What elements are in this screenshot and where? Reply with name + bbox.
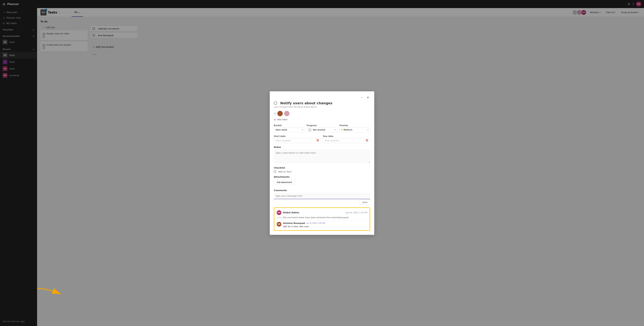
calendar-icon-due: 📅 — [366, 139, 368, 142]
date-fields: Start date Start anytime 📅 Due date Due … — [274, 135, 370, 143]
comment-author-area: GA Global Admin — [277, 210, 299, 215]
nested-comment: AB Antoine Bousquet Jun 8, 2021 1:05 PM … — [277, 222, 367, 228]
modal-add-label-button[interactable]: 🏷 Add label — [274, 118, 370, 121]
priority-field: Priority Medium ▾ — [339, 124, 370, 132]
comments-section-label: Comments — [274, 189, 370, 192]
send-label: Send — [362, 201, 367, 203]
progress-value: Not started — [313, 129, 325, 131]
due-date-label: Due date — [323, 135, 370, 138]
modal-close-button[interactable]: ✕ — [366, 95, 370, 100]
overlay: ··· ✕ Notify users about changes Last ch… — [0, 0, 644, 326]
modal-task-title-row: Notify users about changes — [274, 101, 370, 105]
arrow-annotation — [34, 286, 71, 299]
checklist-section-label: Checklist — [274, 166, 370, 169]
task-modal: ··· ✕ Notify users about changes Last ch… — [270, 91, 374, 235]
assignee-icon: ⊙ — [274, 112, 276, 115]
priority-value: Medium — [344, 129, 352, 131]
bucket-field-label: Bucket — [274, 124, 305, 127]
checklist-circle-icon — [274, 170, 276, 173]
comment-date: June 8, 2021 1:42 PM — [346, 211, 367, 214]
forwarded-text: The comments below have been retrieved f… — [282, 216, 348, 219]
modal-task-title-text: Notify users about changes — [280, 101, 332, 105]
modal-fields: Bucket Next week ▾ Progress Not started … — [274, 124, 370, 132]
nested-comment-content: Antoine Bousquet Jun 8, 2021 1:05 PM Wil… — [283, 222, 367, 228]
attachments-label: Attachments — [274, 176, 370, 178]
attachments-section: Attachments Add attachment — [274, 176, 370, 188]
comment-header: GA Global Admin June 8, 2021 1:42 PM — [277, 210, 367, 215]
progress-inner: Not started — [308, 129, 325, 131]
priority-dot-icon — [341, 129, 342, 130]
notes-textarea[interactable] — [274, 150, 370, 163]
priority-field-label: Priority — [339, 124, 370, 127]
modal-more-button[interactable]: ··· — [360, 95, 364, 100]
start-date-placeholder: Start anytime — [276, 139, 291, 142]
comment-forwarded-text: ○→○ The comments below have been retriev… — [277, 216, 367, 219]
assignee-avatar-1[interactable] — [277, 111, 283, 116]
notes-section-label: Notes — [274, 146, 370, 148]
bucket-value: Next week — [276, 129, 287, 131]
modal-meta: Last changed 2021-06-08 by Global Admin — [274, 106, 370, 108]
progress-chevron-icon: ▾ — [335, 129, 336, 131]
nested-author-avatar: AB — [277, 222, 282, 227]
assignee-avatar-2[interactable] — [284, 111, 290, 116]
start-date-label: Start date — [274, 135, 321, 138]
add-label-text: Add label — [277, 118, 288, 121]
comment-author-name: Global Admin — [283, 211, 299, 214]
priority-select[interactable]: Medium ▾ — [339, 127, 370, 132]
modal-assignees: ⊙ — [274, 111, 370, 116]
progress-select[interactable]: Not started ▾ — [307, 127, 338, 132]
due-date-field: Due date Due anytime 📅 — [323, 135, 370, 143]
priority-inner: Medium — [341, 129, 352, 131]
nested-comment-header: Antoine Bousquet Jun 8, 2021 1:05 PM — [283, 222, 367, 224]
comment-input[interactable] — [274, 193, 370, 199]
start-date-field: Start date Start anytime 📅 — [274, 135, 321, 143]
add-attachment-label: Add attachment — [277, 181, 292, 183]
progress-field: Progress Not started ▾ — [307, 124, 338, 132]
forward-icons: ○→○ — [277, 216, 282, 219]
modal-task-checkbox[interactable] — [274, 101, 277, 105]
nested-comment-date: Jun 8, 2021 1:05 PM — [306, 222, 325, 224]
start-date-input[interactable]: Start anytime 📅 — [274, 138, 321, 143]
progress-field-label: Progress — [307, 124, 338, 127]
add-attachment-button[interactable]: Add attachment — [274, 179, 295, 185]
label-icon: 🏷 — [274, 118, 276, 121]
modal-top-actions: ··· ✕ — [274, 95, 370, 100]
bucket-select[interactable]: Next week ▾ — [274, 127, 305, 132]
nested-author-name: Antoine Bousquet — [283, 222, 305, 224]
checklist-add-item[interactable]: Add an item — [274, 170, 370, 173]
checklist-add-label: Add an item — [278, 170, 292, 173]
nested-comment-text: Will do it later. Not now — [283, 225, 309, 228]
comment-author-avatar: GA — [277, 210, 282, 215]
due-date-input[interactable]: Due anytime 📅 — [323, 138, 370, 143]
priority-chevron-icon: ▾ — [368, 129, 368, 131]
bucket-field: Bucket Next week ▾ — [274, 124, 305, 132]
send-btn-area: Send — [274, 200, 370, 205]
highlighted-comment: GA Global Admin June 8, 2021 1:42 PM ○→○… — [274, 207, 370, 231]
calendar-icon-start: 📅 — [316, 139, 319, 142]
progress-circle-icon — [308, 129, 311, 131]
due-date-placeholder: Due anytime — [325, 139, 339, 142]
send-button[interactable]: Send — [360, 200, 370, 205]
bucket-chevron-icon: ▾ — [302, 129, 303, 131]
